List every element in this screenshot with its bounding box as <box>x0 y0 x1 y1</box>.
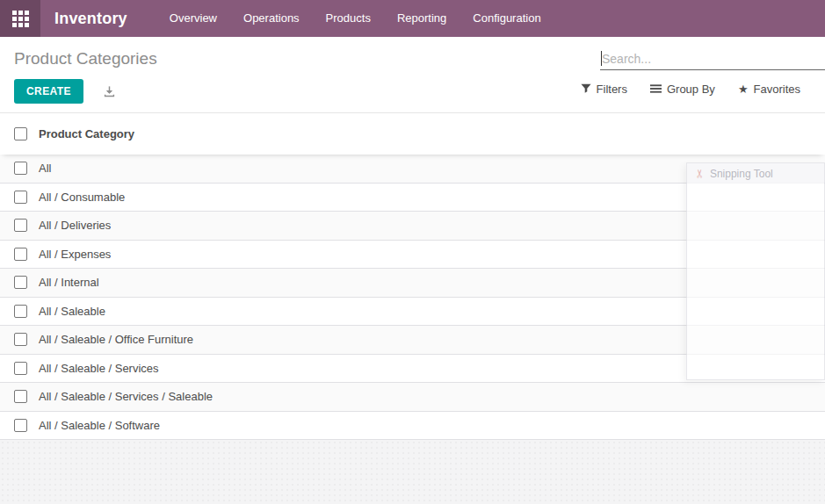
nav-item-products[interactable]: Products <box>326 0 371 37</box>
nav-item-overview[interactable]: Overview <box>170 0 217 37</box>
row-checkbox[interactable] <box>14 305 27 318</box>
funnel-icon <box>581 83 591 96</box>
page-title: Product Categories <box>14 49 157 68</box>
filters-button[interactable]: Filters <box>581 83 627 96</box>
row-category-name: All / Deliveries <box>39 219 111 232</box>
filters-label: Filters <box>597 83 627 96</box>
top-navbar: Inventory Overview Operations Products R… <box>0 0 825 37</box>
row-checkbox[interactable] <box>14 333 27 346</box>
table-row[interactable]: All / Saleable / Software <box>0 412 825 441</box>
row-checkbox[interactable] <box>14 390 27 403</box>
search-input[interactable] <box>600 47 825 69</box>
row-checkbox[interactable] <box>14 276 27 289</box>
scissors-icon: ✂ <box>694 169 706 178</box>
row-category-name: All / Expenses <box>39 248 111 261</box>
snipping-tool-title: Snipping Tool <box>710 168 773 180</box>
app-title[interactable]: Inventory <box>54 10 127 28</box>
create-button[interactable]: CREATE <box>14 79 83 104</box>
row-checkbox[interactable] <box>14 191 27 204</box>
search-options: Filters Group By ★ Favorites <box>581 83 800 96</box>
row-category-name: All / Internal <box>39 276 99 289</box>
nav-item-reporting[interactable]: Reporting <box>397 0 446 37</box>
group-by-label: Group By <box>667 83 715 96</box>
row-checkbox[interactable] <box>14 219 27 232</box>
snipping-tool-ghost-window[interactable]: ✂ Snipping Tool <box>686 162 825 380</box>
export-download-icon[interactable] <box>103 85 116 98</box>
table-row[interactable]: All / Saleable / Services / Saleable <box>0 383 825 412</box>
snipping-tool-titlebar: ✂ Snipping Tool <box>687 163 824 184</box>
control-panel: Product Categories CREATE Filters G <box>0 37 825 112</box>
search-box <box>600 47 825 70</box>
row-category-name: All / Saleable / Services / Saleable <box>39 390 213 403</box>
nav-item-operations[interactable]: Operations <box>243 0 300 37</box>
apps-grid-icon <box>12 11 29 27</box>
star-icon: ★ <box>738 83 749 95</box>
row-checkbox[interactable] <box>14 248 27 261</box>
empty-background-area <box>0 440 825 504</box>
nav-item-configuration[interactable]: Configuration <box>473 0 540 37</box>
table-header-row: Product Category <box>0 112 825 155</box>
row-category-name: All / Saleable / Office Furniture <box>39 333 193 346</box>
group-by-button[interactable]: Group By <box>650 83 715 96</box>
text-caret <box>601 51 602 66</box>
row-category-name: All / Saleable / Services <box>39 362 159 375</box>
row-checkbox[interactable] <box>14 419 27 432</box>
row-checkbox[interactable] <box>14 362 27 375</box>
row-category-name: All / Saleable <box>39 305 105 318</box>
row-checkbox[interactable] <box>14 162 27 175</box>
row-category-name: All / Consumable <box>39 191 125 204</box>
favorites-button[interactable]: ★ Favorites <box>738 83 800 96</box>
favorites-label: Favorites <box>754 83 800 96</box>
row-category-name: All / Saleable / Software <box>39 419 160 432</box>
navbar-menu: Overview Operations Products Reporting C… <box>170 0 541 37</box>
row-category-name: All <box>39 162 51 175</box>
list-lines-icon <box>650 83 662 96</box>
column-header-product-category[interactable]: Product Category <box>39 127 134 140</box>
select-all-checkbox[interactable] <box>14 127 27 140</box>
apps-menu-button[interactable] <box>0 0 40 37</box>
